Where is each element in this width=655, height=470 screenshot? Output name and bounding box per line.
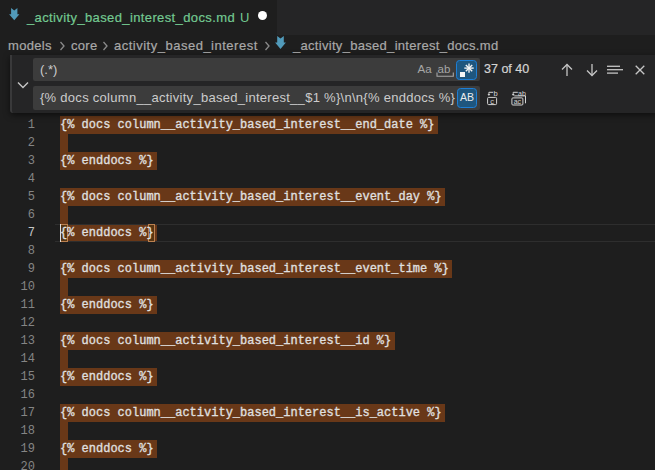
svg-text:c: c (490, 97, 494, 106)
svg-text:ab: ab (518, 90, 526, 97)
svg-text:b: b (494, 90, 498, 98)
svg-text:ac: ac (514, 98, 522, 105)
